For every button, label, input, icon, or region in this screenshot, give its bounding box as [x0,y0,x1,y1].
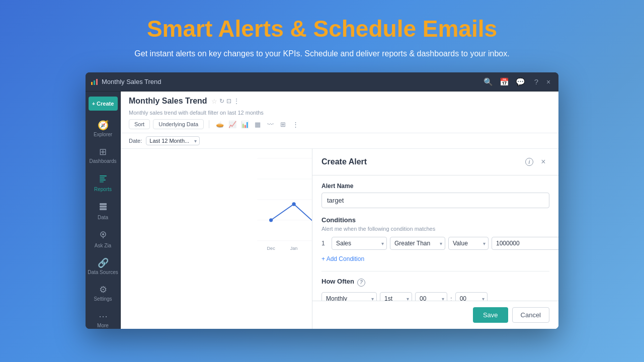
date-row: Date: Last 12 Month... [121,133,558,149]
svg-point-18 [269,218,273,222]
conditions-row: 1 Sales Greater Than [321,237,549,250]
svg-rect-5 [100,179,106,180]
time-colon: : [450,295,452,301]
condition-value-input[interactable] [492,237,558,250]
day-select-wrapper: 1st [380,292,412,301]
svg-rect-1 [94,80,95,85]
how-often-group: How Often ? Monthly [321,278,549,301]
settings-icon: ⚙ [99,285,107,294]
sidebar-label-reports: Reports [94,187,112,192]
chart-header: Monthly Sales Trend ☆ ↻ ⊡ ⋮ Monthly sale… [121,92,558,133]
search-btn[interactable]: 🔍 [481,75,495,89]
svg-rect-2 [96,79,98,85]
column-chart-icon[interactable]: ▦ [252,119,263,130]
line-chart-icon[interactable]: 📈 [227,119,238,130]
sidebar-item-data-sources[interactable]: 🔗 Data Sources [86,253,120,280]
sidebar-label-explorer: Explorer [94,132,112,137]
help-btn[interactable]: ? [529,75,543,89]
close-btn[interactable]: × [543,77,553,87]
condition-field-wrapper: Sales [332,237,387,250]
cancel-button[interactable]: Cancel [512,307,549,323]
condition-operator-wrapper: Greater Than [390,237,445,250]
svg-rect-3 [100,175,107,176]
panel-body: Alert Name Conditions Alert me when the … [312,175,558,301]
add-condition-link[interactable]: + Add Condition [321,255,364,262]
save-button[interactable]: Save [473,307,508,323]
frequency-select[interactable]: Monthly [321,292,377,301]
condition-type-wrapper: Value [448,237,489,250]
sidebar-item-more[interactable]: ⋯ More [86,307,120,329]
sidebar-label-data: Data [98,215,108,220]
svg-point-11 [102,233,104,235]
panel-close-icon[interactable]: × [537,156,549,168]
chart-title: Monthly Sales Trend [129,97,207,106]
sidebar-item-reports[interactable]: Reports [86,169,120,197]
data-icon [99,202,108,213]
condition-field-select[interactable]: Sales [332,237,387,250]
condition-type-select[interactable]: Value [448,237,489,250]
sort-button[interactable]: Sort [129,119,150,129]
svg-rect-8 [100,206,107,208]
sidebar-item-data[interactable]: Data [86,197,120,225]
alert-name-input[interactable] [321,193,549,208]
how-often-row: Monthly 1st 00 [321,292,549,301]
divider-1 [321,271,549,272]
create-button[interactable]: + Create [89,97,118,111]
svg-rect-4 [100,177,105,178]
main-layout: + Create 🧭 Explorer ⊞ Dashboards [86,92,558,329]
chart-icon [91,78,99,86]
star-icon[interactable]: ☆ [211,98,217,105]
date-label: Date: [129,138,142,144]
alert-name-label: Alert Name [321,183,549,190]
hero-subtitle: Get instant alerts on key changes to you… [134,49,509,58]
refresh-icon[interactable]: ↻ [219,98,224,105]
minute-select[interactable]: 00 [455,292,488,301]
panel-help-icon[interactable]: i [525,158,533,166]
panel-header: Create Alert i × [312,149,558,175]
data-sources-icon: 🔗 [98,258,109,267]
sidebar-label-dashboards: Dashboards [90,158,117,164]
more-chart-types-icon[interactable]: ⊞ [277,119,288,130]
svg-rect-9 [100,208,107,210]
svg-rect-0 [91,82,93,85]
title-bar: Monthly Sales Trend 🔍 📅 💬 ? × [86,72,558,92]
toolbar-separator [209,120,209,128]
area-chart-icon[interactable]: 〰 [265,119,276,130]
day-select[interactable]: 1st [380,292,412,301]
explorer-icon: 🧭 [98,121,109,130]
panel-header-icons: i × [525,156,549,168]
more-options-icon[interactable]: ⋮ [233,98,239,105]
sidebar-label-more: More [97,323,109,328]
chat-btn[interactable]: 💬 [513,75,527,89]
hero-title: Smart Alerts & Schedule Emails [147,15,497,42]
hour-select[interactable]: 00 [415,292,447,301]
calendar-btn[interactable]: 📅 [497,75,511,89]
sidebar-item-settings[interactable]: ⚙ Settings [86,280,120,307]
sidebar-item-explorer[interactable]: 🧭 Explorer [86,116,120,142]
more-chart-options-icon[interactable]: ⋮ [290,119,301,130]
sidebar-item-dashboards[interactable]: ⊞ Dashboards [86,142,120,169]
conditions-sublabel: Alert me when the following condition ma… [321,226,549,232]
panel-footer: Save Cancel [312,301,558,329]
date-select[interactable]: Last 12 Month... [146,136,200,145]
chart-title-row: Monthly Sales Trend ☆ ↻ ⊡ ⋮ [129,97,550,106]
date-select-wrapper: Last 12 Month... [146,136,200,145]
svg-point-19 [292,202,295,206]
hour-select-wrapper: 00 [415,292,447,301]
underlying-data-button[interactable]: Underlying Data [153,119,204,129]
chart-type-icons: 🥧 📈 📊 ▦ 〰 ⊞ ⋮ [214,119,301,130]
conditions-group: Conditions Alert me when the following c… [321,216,549,263]
condition-number: 1 [321,240,329,247]
pie-chart-icon[interactable]: 🥧 [214,119,225,130]
create-alert-panel: Create Alert i × Alert Name [312,149,558,329]
bar-chart-icon[interactable]: 📊 [239,119,251,130]
expand-icon[interactable]: ⊡ [226,98,231,105]
sidebar-label-data-sources: Data Sources [88,269,118,275]
title-bar-text: Monthly Sales Trend [102,78,481,85]
how-often-help-icon[interactable]: ? [357,279,365,287]
alert-name-group: Alert Name [321,183,549,208]
sidebar-label-ask-zia: Ask Zia [95,243,111,248]
condition-operator-select[interactable]: Greater Than [390,237,445,250]
chart-area: Dec Jan Feb Mar Apr May Jun Create Alert… [121,149,558,329]
sidebar-item-ask-zia[interactable]: Ask Zia [86,225,120,253]
